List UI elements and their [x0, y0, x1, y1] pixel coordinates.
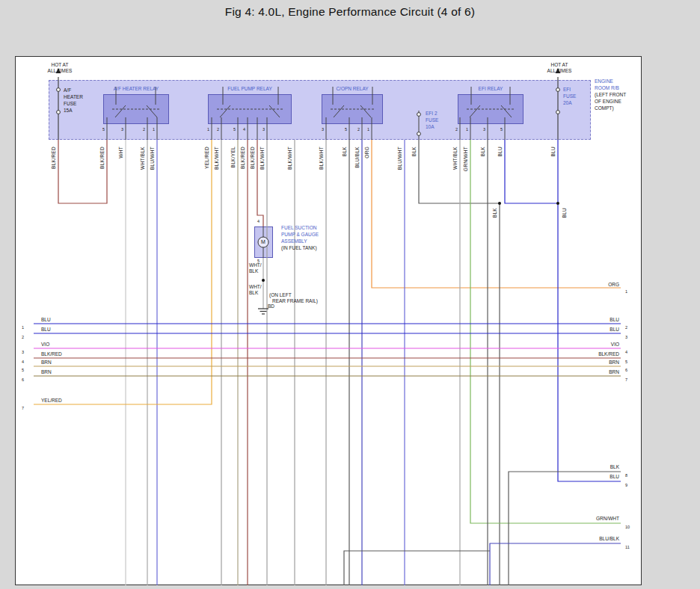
relay-switch-contact [501, 105, 512, 117]
relay-switch-contact [220, 105, 230, 117]
wire-blk-red-u [58, 140, 107, 203]
wire-blu-main [558, 140, 621, 481]
motor-icon [258, 237, 268, 247]
junction-dot [498, 202, 501, 205]
fuse-terminal [57, 111, 61, 114]
wiring-layer [0, 0, 700, 589]
power-arrow-icon [56, 68, 61, 73]
wire-yel-red [34, 140, 212, 404]
fuse-terminal [57, 88, 61, 92]
wire-bottom-branch [344, 551, 490, 585]
fuse-terminal [417, 132, 421, 136]
wire-org [372, 140, 621, 288]
relay-switch-contact [470, 105, 480, 117]
fuse-terminal [417, 113, 421, 117]
relay-switch-contact [360, 105, 371, 117]
wire-grn-wht [470, 140, 621, 523]
junction-dot [556, 202, 559, 205]
relay-switch-contact [115, 105, 126, 117]
relay-switch-contact [147, 105, 157, 117]
junction-dot [262, 279, 265, 282]
relay-switch-contact [334, 105, 344, 117]
relay-switch-contact [269, 105, 280, 117]
fuse-terminal [556, 111, 560, 114]
power-arrow-icon [556, 68, 561, 73]
wire-blk-red-pump [257, 140, 263, 226]
fuse-terminal [556, 88, 560, 92]
wire-blk-row8 [509, 472, 621, 585]
wire-blu-efi [505, 140, 558, 203]
wire-blu-blk-row11 [490, 543, 621, 585]
